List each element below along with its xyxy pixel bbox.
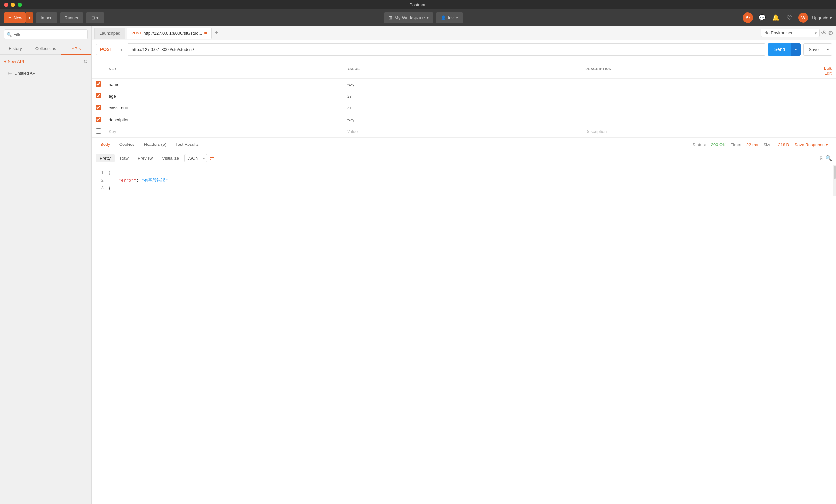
toolbar: ＋ New ▾ Import Runner ⊞ ▾ ⊞ My Workspace… [0,9,836,26]
response-tabs-bar: Body Cookies Headers (5) Test Results St… [92,138,836,151]
new-api-button[interactable]: + New API [4,59,24,64]
save-response-button[interactable]: Save Response ▾ [794,142,828,147]
table-row: name wzy [92,79,836,91]
param-checkbox-2[interactable] [96,105,101,110]
param-desc-3 [581,114,820,126]
table-row: description wzy [92,114,836,126]
save-dropdown-button[interactable]: ▾ [824,43,832,56]
new-dropdown-button[interactable]: ▾ [25,13,34,23]
bulk-edit-button[interactable]: Bulk Edit [824,66,832,76]
param-key-1: age [105,91,343,102]
param-checkbox-4[interactable] [96,129,101,134]
param-checkbox-3[interactable] [96,117,101,122]
size-value: 218 B [778,142,789,147]
settings-button[interactable]: ⚙ [828,30,833,37]
body-format-select[interactable]: JSON [184,154,207,162]
tab-active-request[interactable]: POST http://127.0.0.1:8000/stu/stud... [127,27,211,39]
content: Launchpad POST http://127.0.0.1:8000/stu… [92,26,836,504]
upgrade-button[interactable]: Upgrade ▾ [812,15,832,20]
param-desc-2 [581,102,820,114]
tab-apis[interactable]: APIs [61,43,92,55]
response-tab-body[interactable]: Body [96,138,115,151]
response-tab-headers[interactable]: Headers (5) [139,138,171,151]
body-tab-raw[interactable]: Raw [116,154,132,162]
param-checkbox-1[interactable] [96,93,101,98]
save-button-group: Save ▾ [803,43,832,56]
more-params-icon: ··· [829,62,832,66]
copy-body-button[interactable]: ⎘ [820,155,823,161]
avatar[interactable]: W [798,13,808,23]
word-wrap-button[interactable]: ⇌ [209,155,214,162]
workspace-label: My Workspace [394,15,424,20]
param-actions-4 [820,126,836,138]
param-checkbox-0[interactable] [96,81,101,86]
minimize-button[interactable] [11,3,15,7]
table-row: age 27 [92,91,836,102]
col-value-header: VALUE [343,59,581,79]
params-table: KEY VALUE DESCRIPTION ··· Bulk Edit name [92,59,836,138]
send-button[interactable]: Send [768,43,792,56]
request-bar: POST Send ▾ Save ▾ [92,40,836,59]
search-body-button[interactable]: 🔍 [825,155,832,161]
more-tabs-button[interactable]: ··· [222,30,230,36]
param-actions-2 [820,102,836,114]
body-tab-visualize[interactable]: Visualize [158,154,183,162]
params-table-header: KEY VALUE DESCRIPTION ··· Bulk Edit [92,59,836,79]
sidebar-tabs: History Collections APIs [0,43,92,55]
add-tab-button[interactable]: + [213,30,221,36]
send-dropdown-button[interactable]: ▾ [792,43,801,56]
response-body-tabs: Pretty Raw Preview Visualize JSON ⇌ ⎘ 🔍 [92,151,836,165]
maximize-button[interactable] [18,3,22,7]
notification-button[interactable]: 🔔 [771,13,781,23]
body-tab-pretty[interactable]: Pretty [96,154,115,162]
params-table-body: name wzy age 27 [92,79,836,138]
layout-button[interactable]: ⊞ ▾ [86,13,104,23]
search-wrap: 🔍 [4,30,88,39]
json-editor: 1 2 3 { "error": "有字段错误" } [92,165,836,196]
tab-history[interactable]: History [0,43,31,55]
line-numbers: 1 2 3 [96,169,103,192]
grid-icon: ⊞ [92,15,95,20]
upgrade-dropdown-icon: ▾ [830,15,832,20]
import-button[interactable]: Import [36,13,57,23]
search-input[interactable] [4,30,88,39]
param-actions-0 [820,79,836,91]
method-select[interactable]: POST [96,44,125,55]
grid-workspace-icon: ⊞ [388,15,393,20]
heart-button[interactable]: ♡ [784,13,794,23]
person-icon: ◎ [8,71,12,76]
line-num-3: 3 [96,185,103,192]
line-num-2: 2 [96,177,103,184]
json-line-1: { [108,169,832,177]
invite-button[interactable]: 👤 Invite [436,13,462,23]
col-actions-header: ··· Bulk Edit [820,59,836,79]
body-tab-preview[interactable]: Preview [134,154,157,162]
runner-button[interactable]: Runner [60,13,83,23]
json-value-error: "有字段错误" [141,178,168,183]
sync-icon[interactable]: ↻ [743,13,753,23]
new-button[interactable]: ＋ New [4,13,25,23]
close-button[interactable] [4,3,8,7]
eye-button[interactable]: 👁 [821,30,827,36]
save-response-label: Save Response [794,142,824,147]
tab-url: http://127.0.0.1:8000/stu/stud... [143,31,202,36]
col-desc-header: DESCRIPTION [581,59,820,79]
title-bar: Postman [0,0,836,9]
window-controls [4,3,22,7]
environment-select[interactable]: No Environment [761,29,820,37]
sidebar-item-untitled-api[interactable]: ◎ Untitled API [0,68,92,78]
response-tab-test-results[interactable]: Test Results [171,138,203,151]
json-scrollbar[interactable] [833,165,836,196]
save-button[interactable]: Save [803,43,824,56]
col-check-header [92,59,105,79]
workspace-button[interactable]: ⊞ My Workspace ▾ [384,13,433,23]
env-select-wrap: No Environment [761,29,820,37]
tab-collections[interactable]: Collections [31,43,61,55]
comment-button[interactable]: 💬 [757,13,767,23]
response-tab-cookies[interactable]: Cookies [115,138,139,151]
tab-launchpad[interactable]: Launchpad [94,27,125,39]
size-label: Size: [763,142,773,147]
url-input[interactable] [128,43,765,56]
plus-icon: ＋ [7,15,13,21]
refresh-sidebar-button[interactable]: ↻ [83,58,88,64]
